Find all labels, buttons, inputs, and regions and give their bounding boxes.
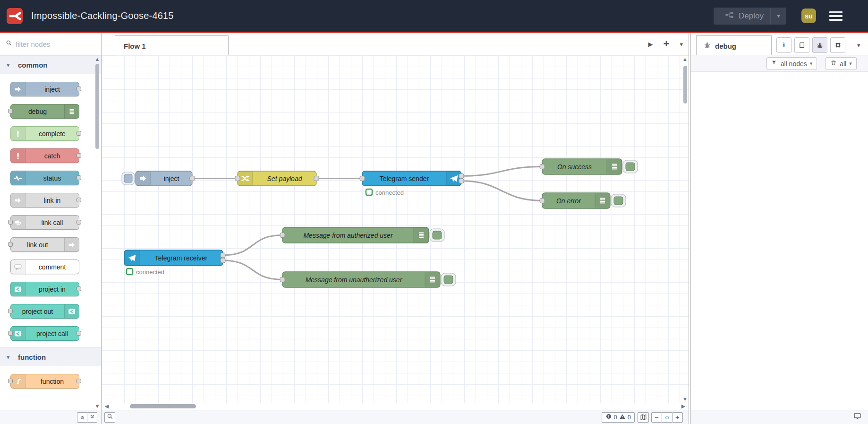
tab-debug[interactable]: debug xyxy=(696,35,772,56)
user-avatar[interactable]: su xyxy=(801,9,816,23)
scroll-right-icon[interactable]: ▶ xyxy=(678,403,689,409)
palette-node-project-in[interactable]: project in xyxy=(0,278,101,300)
palette-node-comment[interactable]: comment xyxy=(0,256,101,278)
next-tab-icon[interactable]: ▶ xyxy=(648,41,653,48)
node-port[interactable] xyxy=(8,331,13,336)
zoom-reset-button[interactable]: ○ xyxy=(662,412,672,423)
notification-counts[interactable]: 0 0 xyxy=(602,412,635,423)
node-port[interactable] xyxy=(8,309,13,313)
node-port[interactable] xyxy=(77,87,81,91)
node-port[interactable] xyxy=(8,379,13,383)
zoom-in-button[interactable]: + xyxy=(672,412,683,423)
book-icon xyxy=(798,42,806,49)
palette-node-project-call[interactable]: project call xyxy=(0,322,101,345)
zoom-out-button[interactable]: − xyxy=(651,412,662,423)
palette-node-status[interactable]: status xyxy=(0,167,101,189)
node-input-port[interactable] xyxy=(235,176,240,181)
palette-node-link-in[interactable]: link in xyxy=(0,189,101,211)
node-label: Message from unautherized user xyxy=(306,276,403,284)
palette-filter-input[interactable]: filter nodes xyxy=(0,33,101,55)
search-flows-button[interactable] xyxy=(104,412,115,423)
flow-list-icon[interactable]: ▾ xyxy=(680,41,683,48)
monitor-icon[interactable] xyxy=(853,412,861,422)
node-input-port[interactable] xyxy=(540,164,545,169)
help-tab-button[interactable] xyxy=(794,37,809,53)
palette-node-project-out[interactable]: project out xyxy=(0,300,101,322)
node-port[interactable] xyxy=(77,286,81,291)
scroll-up-icon[interactable]: ▲ xyxy=(94,56,100,62)
node-port[interactable] xyxy=(77,131,81,136)
on-error-node[interactable]: On error xyxy=(540,193,626,208)
scroll-down-icon[interactable]: ▼ xyxy=(94,403,100,409)
minimap-button[interactable] xyxy=(638,412,649,423)
node-port[interactable] xyxy=(77,220,81,225)
deploy-button[interactable]: Deploy ▾ xyxy=(714,8,786,25)
node-output-port[interactable] xyxy=(314,176,319,181)
scrollbar-thumb[interactable] xyxy=(683,66,687,104)
main-menu-button[interactable] xyxy=(829,11,842,21)
node-port[interactable] xyxy=(77,198,81,202)
palette-collapse-all-button[interactable] xyxy=(77,412,87,423)
palette-node-complete[interactable]: complete xyxy=(0,122,101,145)
node-output-port[interactable] xyxy=(459,179,464,183)
set-payload-node[interactable]: Set payload xyxy=(235,171,319,186)
node-port[interactable] xyxy=(77,331,81,336)
node-port[interactable] xyxy=(8,109,13,113)
debug-clear-dropdown[interactable]: all ▾ xyxy=(825,57,857,70)
info-tab-button[interactable]: i xyxy=(776,37,791,53)
node-input-port[interactable] xyxy=(360,176,365,181)
message-authorized-node[interactable]: Message from autherized user xyxy=(280,227,444,243)
node-port[interactable] xyxy=(77,153,81,158)
node-port[interactable] xyxy=(8,242,13,247)
category-label: common xyxy=(18,61,48,69)
node-output-port[interactable] xyxy=(221,253,225,258)
node-input-port[interactable] xyxy=(280,233,285,238)
debug-tab-label: debug xyxy=(715,42,736,50)
wire[interactable] xyxy=(223,260,282,280)
on-success-node[interactable]: On success xyxy=(540,159,638,174)
palette-expand-all-button[interactable] xyxy=(87,412,97,423)
search-icon xyxy=(6,40,12,46)
category-header-function[interactable]: ▾function xyxy=(0,347,101,366)
wire[interactable] xyxy=(223,235,282,256)
node-port[interactable] xyxy=(8,220,13,225)
sidebar-menu-icon[interactable]: ▾ xyxy=(857,42,860,49)
config-tab-button[interactable] xyxy=(830,37,845,53)
node-input-port[interactable] xyxy=(280,277,285,282)
info-icon: i xyxy=(780,42,788,49)
palette-node-function[interactable]: ffunction xyxy=(0,370,101,392)
node-output-port[interactable] xyxy=(190,176,195,181)
scroll-down-icon[interactable]: ▼ xyxy=(682,396,688,402)
wire[interactable] xyxy=(461,167,542,176)
telegram-receiver-node[interactable]: Telegram receiverconnected xyxy=(124,250,225,276)
add-flow-button[interactable]: + xyxy=(664,39,670,49)
node-port[interactable] xyxy=(77,175,81,180)
flow-canvas[interactable]: injectSet payloadTelegram senderconnecte… xyxy=(102,55,689,403)
canvas-horizontal-scrollbar[interactable]: ◀ ▶ xyxy=(102,403,689,410)
canvas-vertical-scrollbar[interactable]: ▲ ▼ xyxy=(682,56,688,402)
wire[interactable] xyxy=(461,181,542,201)
palette-node-link-out[interactable]: link out xyxy=(0,234,101,256)
debug-filter-dropdown[interactable]: all nodes ▾ xyxy=(766,57,817,70)
telegram-sender-node[interactable]: Telegram senderconnected xyxy=(360,171,464,196)
message-unauthorized-node[interactable]: Message from unautherized user xyxy=(280,272,456,287)
debug-tab-button[interactable] xyxy=(812,37,827,53)
scroll-up-icon[interactable]: ▲ xyxy=(682,56,688,62)
deploy-icon xyxy=(725,10,734,22)
palette-node-inject[interactable]: inject xyxy=(0,78,101,100)
scrollbar-thumb[interactable] xyxy=(95,64,99,149)
inject-node[interactable]: inject xyxy=(122,171,195,186)
node-input-port[interactable] xyxy=(540,199,545,203)
scrollbar-thumb[interactable] xyxy=(130,404,196,408)
deploy-options-button[interactable]: ▾ xyxy=(770,8,786,25)
node-output-port[interactable] xyxy=(459,173,464,178)
scroll-left-icon[interactable]: ◀ xyxy=(102,403,112,409)
palette-node-debug[interactable]: debug xyxy=(0,100,101,122)
node-port[interactable] xyxy=(77,379,81,383)
tab-flow-1[interactable]: Flow 1 xyxy=(115,35,229,56)
palette-node-catch[interactable]: catch xyxy=(0,145,101,167)
palette-scrollbar[interactable]: ▲ ▼ xyxy=(94,56,100,409)
palette-node-link-call[interactable]: link call xyxy=(0,211,101,234)
category-header-common[interactable]: ▾common xyxy=(0,55,101,74)
node-output-port[interactable] xyxy=(221,258,225,263)
